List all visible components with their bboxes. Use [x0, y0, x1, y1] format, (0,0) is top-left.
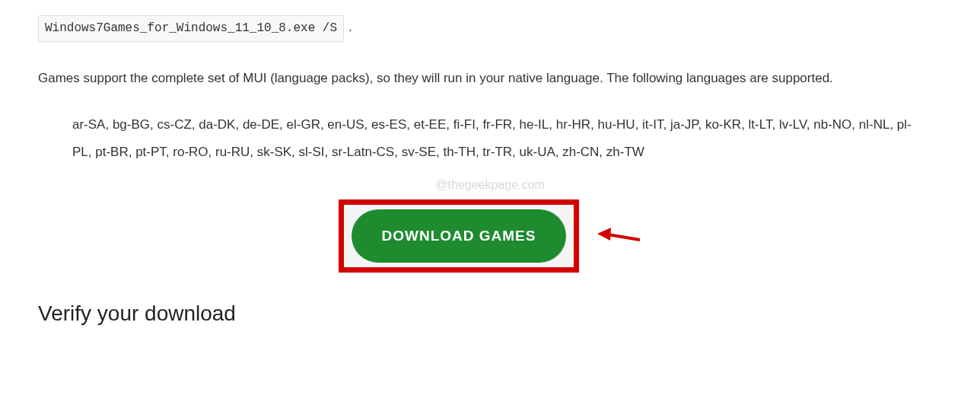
- watermark-text: @thegeekpage.com: [38, 174, 942, 195]
- code-command: Windows7Games_for_Windows_11_10_8.exe /S: [38, 15, 344, 42]
- download-row: DOWNLOAD GAMES: [38, 199, 942, 273]
- download-games-button[interactable]: DOWNLOAD GAMES: [352, 209, 567, 263]
- period: .: [348, 20, 352, 34]
- languages-list: ar-SA, bg-BG, cs-CZ, da-DK, de-DE, el-GR…: [72, 111, 927, 165]
- arrow-left-icon: [596, 225, 641, 247]
- download-highlight-frame: DOWNLOAD GAMES: [339, 199, 580, 273]
- intro-paragraph: Games support the complete set of MUI (l…: [38, 65, 942, 92]
- svg-line-0: [608, 234, 640, 240]
- verify-heading: Verify your download: [38, 295, 942, 332]
- arrow-annotation: [596, 225, 641, 247]
- svg-marker-1: [597, 228, 611, 241]
